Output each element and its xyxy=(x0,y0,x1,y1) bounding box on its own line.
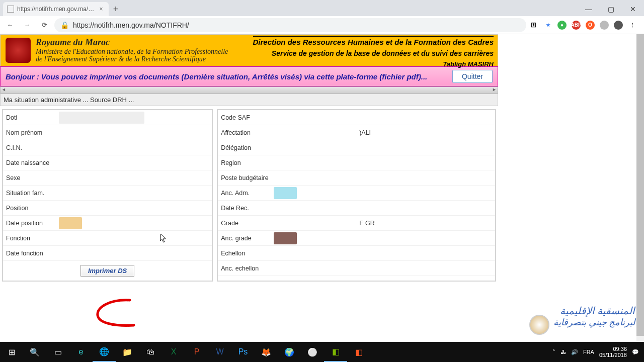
lbl-codesaf: Code SAF xyxy=(218,114,271,121)
tray-notifications-icon[interactable]: 💬 xyxy=(632,349,639,355)
val-datepos xyxy=(59,217,82,229)
service-title: Service de gestion de la base de données… xyxy=(253,49,494,57)
browser-tab[interactable]: https://notifrh.men.gov.ma/NOTI × xyxy=(3,2,109,16)
lbl-sitfam: Situation fam. xyxy=(3,190,56,197)
lbl-cin: C.I.N. xyxy=(3,144,56,151)
windows-taskbar: ⊞ 🔍 ▭ e 🌐 📁 🛍 X P W Ps 🦊 🌍 ⚪ ◧ ◧ ˄ 🖧 🔊 F… xyxy=(0,342,644,362)
bookmark-star-icon[interactable]: ★ xyxy=(543,21,552,30)
start-button[interactable]: ⊞ xyxy=(0,342,23,362)
tray-network-icon[interactable]: 🖧 xyxy=(560,349,566,355)
extension-icon-2[interactable]: O xyxy=(586,21,595,30)
tab-title: https://notifrh.men.gov.ma/NOTI xyxy=(17,6,98,13)
chrome-icon[interactable]: 🌐 xyxy=(93,342,116,362)
store-icon[interactable]: 🛍 xyxy=(139,342,162,362)
extension-icon-1[interactable]: ● xyxy=(557,21,567,30)
tab-favicon xyxy=(7,6,14,13)
val-grade: E GR xyxy=(271,217,495,229)
photoshop-icon[interactable]: Ps xyxy=(231,342,255,362)
nav-forward-button[interactable]: → xyxy=(20,18,34,32)
adblock-icon[interactable]: ABP xyxy=(572,21,581,30)
nav-back-button[interactable]: ← xyxy=(3,18,17,32)
browser-tab-strip: https://notifrh.men.gov.ma/NOTI × + — ▢ … xyxy=(0,0,644,16)
val-region xyxy=(271,157,495,169)
lbl-fonction: Fonction xyxy=(3,235,56,242)
lock-icon: 🔒 xyxy=(60,21,69,29)
val-affect: )ALI xyxy=(271,127,495,139)
lbl-ancech: Anc. echellon xyxy=(218,265,271,272)
new-tab-button[interactable]: + xyxy=(109,2,123,16)
val-echelon xyxy=(271,247,495,259)
search-button[interactable]: 🔍 xyxy=(23,342,46,362)
val-deleg xyxy=(271,142,495,154)
val-doti xyxy=(59,112,144,124)
extension-icon-3[interactable] xyxy=(600,21,609,30)
val-ancech xyxy=(271,262,495,275)
val-daterec xyxy=(271,202,495,214)
lbl-sexe: Sexe xyxy=(3,174,56,182)
page-header-banner: Royaume du Maroc Ministère de l'Educatio… xyxy=(0,34,498,66)
browser-toolbar: ← → ⟳ 🔒 https://notifrh.men.gov.ma/NOTIF… xyxy=(0,16,644,34)
lbl-echelon: Echellon xyxy=(218,250,271,257)
morocco-emblem xyxy=(6,38,31,63)
explorer-icon[interactable]: 📁 xyxy=(116,342,139,362)
page-scrollbar[interactable] xyxy=(636,34,644,362)
browser-menu-icon[interactable]: ⋮ xyxy=(628,21,637,30)
val-datefonc xyxy=(56,247,212,259)
print-ds-button[interactable]: Imprimer DS xyxy=(80,265,134,277)
extension-icons: ⚿ ★ ● ABP O ⋮ xyxy=(529,21,641,30)
lbl-ancadm: Anc. Adm. xyxy=(218,190,271,197)
word-icon[interactable]: W xyxy=(208,342,231,362)
system-tray[interactable]: ˄ 🖧 🔊 FRA 09:36 05/11/2018 💬 xyxy=(552,346,644,358)
lbl-ancgrade: Anc. grade xyxy=(218,235,271,242)
lbl-doti: Doti xyxy=(3,114,56,121)
horizontal-scrollbar[interactable] xyxy=(0,86,498,94)
tray-lang[interactable]: FRA xyxy=(583,349,594,355)
app-name: Tabligh MASIRH xyxy=(253,60,494,68)
ministry-line2: de l'Enseignement Supérieur & de la Rech… xyxy=(36,55,228,63)
direction-title: Direction des Ressources Humaines et de … xyxy=(253,36,494,46)
app-icon-1[interactable]: 🦊 xyxy=(255,342,278,362)
watermark-line1: المنسقية الإقليمية xyxy=(529,305,635,317)
lbl-deleg: Délégation xyxy=(218,144,271,151)
tray-time[interactable]: 09:36 xyxy=(599,346,627,352)
tab-close-icon[interactable]: × xyxy=(98,6,105,13)
edge-icon[interactable]: e xyxy=(69,342,93,362)
lbl-datepos: Date position xyxy=(3,220,56,227)
powerpoint-icon[interactable]: P xyxy=(185,342,208,362)
window-minimize-button[interactable]: — xyxy=(578,2,600,16)
ministry-line1: Ministère de l'Education nationale, de l… xyxy=(36,48,228,55)
key-icon[interactable]: ⚿ xyxy=(529,21,538,30)
val-sexe xyxy=(56,172,212,184)
notice-bar: Bonjour : Vous pouvez imprimer vos docum… xyxy=(0,66,498,86)
excel-icon[interactable]: X xyxy=(162,342,185,362)
app-icon-4[interactable]: ◧ xyxy=(347,342,370,362)
app-icon-3[interactable]: ⚪ xyxy=(301,342,324,362)
lbl-region: Region xyxy=(218,159,271,166)
camtasia-icon[interactable]: ◧ xyxy=(324,342,347,362)
tray-chevron-icon[interactable]: ˄ xyxy=(552,349,555,355)
kingdom-title: Royaume du Maroc xyxy=(36,38,228,48)
lbl-nom: Nom prénom xyxy=(3,129,56,136)
task-view-button[interactable]: ▭ xyxy=(46,342,69,362)
lbl-datefonc: Date fonction xyxy=(3,250,56,257)
val-ancgrade xyxy=(274,232,297,244)
val-poste xyxy=(271,172,495,184)
tray-date[interactable]: 05/11/2018 xyxy=(599,352,627,358)
val-nom xyxy=(56,127,212,139)
window-maximize-button[interactable]: ▢ xyxy=(600,2,622,16)
val-codesaf xyxy=(271,112,495,124)
address-bar[interactable]: 🔒 https://notifrh.men.gov.ma/NOTIFRH/ xyxy=(54,18,526,32)
nav-reload-button[interactable]: ⟳ xyxy=(37,18,51,32)
quit-button[interactable]: Quitter xyxy=(452,70,493,83)
lbl-poste: Poste budgétaire xyxy=(218,174,271,182)
val-cin xyxy=(56,142,212,154)
lbl-position: Position xyxy=(3,205,56,212)
lbl-grade: Grade xyxy=(218,220,271,227)
tray-volume-icon[interactable]: 🔊 xyxy=(571,349,578,355)
val-ancadm xyxy=(274,187,297,199)
window-close-button[interactable]: ✕ xyxy=(622,2,644,16)
lbl-daterec: Date Rec. xyxy=(218,205,271,212)
lbl-dob: Date naissance xyxy=(3,159,56,166)
app-icon-2[interactable]: 🌍 xyxy=(278,342,301,362)
profile-avatar[interactable] xyxy=(614,21,623,30)
